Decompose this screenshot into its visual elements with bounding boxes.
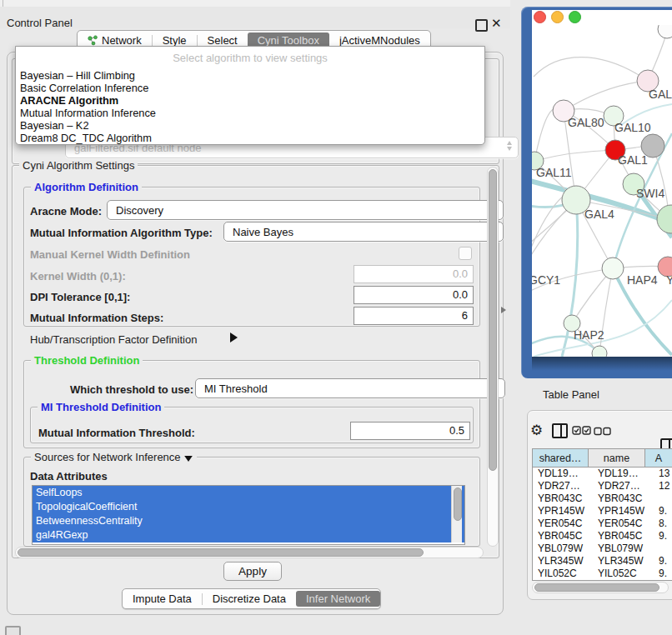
table-row[interactable]: YBR043CYBR043C — [533, 492, 672, 505]
network-edge[interactable] — [534, 150, 615, 161]
network-node[interactable] — [592, 346, 607, 357]
algorithm-option[interactable]: Mutual Information Inference — [18, 107, 482, 119]
table-horizontal-scrollbar[interactable] — [532, 582, 669, 593]
tab-infer-network[interactable]: Infer Network — [296, 591, 380, 607]
attribute-list-item[interactable]: gal4RGexp — [33, 528, 464, 542]
group-title: Cyni Algorithm Settings — [19, 159, 138, 172]
network-node-label: GAL — [649, 88, 672, 101]
algorithm-option[interactable]: Dream8 DC_TDC Algorithm — [18, 132, 482, 144]
table-cell: YLR345W — [533, 555, 593, 568]
network-graph[interactable]: GALGAL80GAL10GAL1GAL11SWI4GAL4GCY1HAP4YH… — [532, 25, 672, 357]
table-cell: YLR345W — [593, 555, 654, 568]
sources-disclosure-icon[interactable] — [184, 456, 193, 462]
attribute-list-item[interactable]: BetweennessCentrality — [33, 514, 464, 528]
table-cell: YER054C — [533, 518, 593, 530]
tab-impute-data[interactable]: Impute Data — [123, 591, 202, 607]
panel-title: Control Panel — [7, 17, 73, 29]
scrollbar-thumb[interactable] — [18, 548, 424, 557]
scrollbar-thumb[interactable] — [534, 583, 659, 592]
table-cell: YBL079W — [593, 542, 654, 555]
table-cell: YDR27… — [593, 480, 654, 492]
column-header[interactable]: A — [645, 449, 672, 467]
tab-label: Cyni Toolbox — [258, 34, 319, 47]
window-close-button[interactable] — [534, 11, 546, 23]
apply-button[interactable]: Apply — [223, 562, 282, 581]
group-title: Algorithm Definition — [31, 181, 142, 193]
split-columns-icon[interactable] — [552, 423, 568, 438]
table-cell: 9. — [654, 505, 672, 518]
network-node[interactable] — [602, 258, 624, 279]
network-edge[interactable] — [534, 58, 648, 81]
manual-kernel-checkbox[interactable] — [459, 247, 472, 260]
network-node-label: Y — [666, 273, 672, 287]
aracne-mode-value: Discovery — [116, 204, 163, 217]
scrollbar-thumb[interactable] — [454, 488, 462, 521]
table-row[interactable]: YBL079WYBL079W — [533, 542, 672, 555]
close-icon[interactable]: ✕ — [491, 16, 502, 31]
list-vertical-scrollbar[interactable] — [451, 486, 462, 542]
network-edge[interactable] — [564, 81, 648, 111]
mi-threshold-label: Mutual Information Threshold: — [38, 427, 195, 439]
table-cell: YBR045C — [533, 530, 593, 542]
gear-icon[interactable]: ⚙ — [530, 423, 543, 438]
attribute-list-item[interactable]: SelfLoops — [33, 486, 464, 500]
tab-discretize-data[interactable]: Discretize Data — [203, 591, 296, 607]
data-attributes-list[interactable]: SelfLoopsTopologicalCoefficientBetweenne… — [32, 485, 465, 545]
tab-label: Network — [102, 34, 142, 47]
table-row[interactable]: YPR145WYPR145W9. — [533, 505, 672, 518]
table-cell: 8. — [654, 518, 672, 530]
screen: Control Panel ✕ Network Style Select Cyn… — [0, 0, 672, 635]
scrollbar-thumb[interactable] — [489, 169, 497, 471]
dock-divider — [3, 0, 3, 7]
algorithm-option[interactable]: Bayesian – K2 — [18, 119, 482, 132]
table-cell: YDL19… — [533, 468, 593, 480]
network-node-label: GCY1 — [532, 273, 560, 287]
table-row[interactable]: YIL052CYIL052C9. — [533, 568, 672, 580]
table-row[interactable]: YDR27…YDR27…12 — [533, 480, 672, 492]
table-cell: YPR145W — [533, 505, 593, 518]
hide-columns-icon[interactable] — [594, 427, 612, 436]
node-table[interactable]: shared…nameAYDL19…YDL19…13YDR27…YDR27…12… — [532, 448, 672, 581]
aracne-mode-combo[interactable]: Discovery — [107, 200, 504, 220]
which-threshold-combo[interactable]: MI Threshold — [195, 378, 505, 398]
splitter-handle-icon[interactable] — [501, 307, 506, 313]
dpi-tolerance-field[interactable]: 0.0 — [354, 286, 474, 304]
algorithm-popup-list: Bayesian – Hill ClimbingBasic Correlatio… — [18, 69, 482, 144]
table-row[interactable]: YDL19…YDL19…13 — [533, 468, 672, 480]
algorithm-option[interactable]: Bayesian – Hill Climbing — [18, 69, 482, 82]
network-node[interactable] — [658, 25, 672, 38]
mi-steps-field[interactable]: 6 — [354, 307, 474, 325]
table-cell: 9. — [654, 555, 672, 568]
network-node-label: HAP2 — [574, 328, 604, 342]
algorithm-dropdown-popup: Select algorithm to view settings Bayesi… — [15, 46, 485, 145]
attribute-list-item[interactable]: TopologicalCoefficient — [33, 500, 464, 514]
column-header[interactable]: shared… — [533, 449, 589, 467]
table-cell: YPR145W — [593, 505, 654, 518]
hub-disclosure-icon[interactable] — [230, 332, 238, 342]
mi-type-label: Mutual Information Algorithm Type: — [30, 227, 213, 239]
network-window-bottom-border — [532, 357, 672, 378]
data-attributes-label: Data Attributes — [30, 470, 108, 482]
mi-threshold-field[interactable]: 0.5 — [350, 422, 470, 440]
algorithm-option[interactable]: ARACNE Algorithm — [18, 94, 482, 107]
float-panel-icon[interactable] — [475, 19, 488, 32]
algorithm-option[interactable]: Basic Correlation Inference — [18, 82, 482, 94]
dock-corner-icon[interactable] — [5, 626, 21, 635]
group-title: Threshold Definition — [31, 354, 143, 367]
settings-horizontal-scrollbar[interactable] — [15, 547, 484, 558]
table-row[interactable]: YBR045CYBR045C9. — [533, 530, 672, 542]
table-cell — [654, 492, 672, 505]
show-checked-columns-icon[interactable] — [572, 425, 592, 436]
settings-vertical-scrollbar[interactable] — [487, 167, 499, 547]
column-header[interactable]: name — [589, 449, 645, 467]
mi-type-combo[interactable]: Naive Bayes — [223, 222, 504, 242]
kernel-width-field[interactable]: 0.0 — [354, 265, 474, 283]
window-minimize-button[interactable] — [551, 11, 564, 23]
which-threshold-value: MI Threshold — [204, 382, 268, 395]
algorithm-placeholder: Select algorithm to view settings — [16, 52, 484, 64]
bottom-tabbar: Impute Data Discretize Data Infer Networ… — [122, 588, 381, 609]
table-row[interactable]: YER054CYER054C8. — [533, 518, 672, 530]
table-row[interactable]: YLR345WYLR345W9. — [533, 555, 672, 568]
window-zoom-button[interactable] — [569, 11, 581, 23]
network-node[interactable] — [657, 205, 672, 233]
